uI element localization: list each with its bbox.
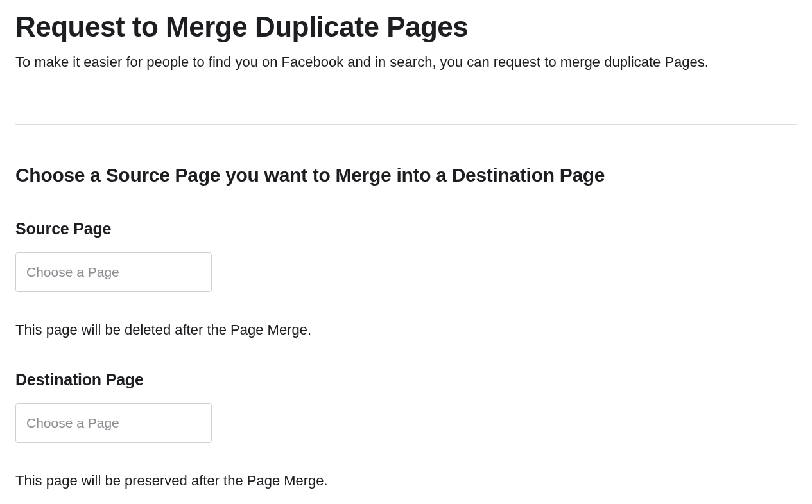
divider xyxy=(15,124,797,125)
page-description: To make it easier for people to find you… xyxy=(15,52,773,73)
page-title: Request to Merge Duplicate Pages xyxy=(15,10,797,44)
destination-page-helper: This page will be preserved after the Pa… xyxy=(15,471,797,491)
source-page-input[interactable] xyxy=(15,252,212,292)
destination-page-input[interactable] xyxy=(15,403,212,443)
section-heading: Choose a Source Page you want to Merge i… xyxy=(15,164,797,186)
source-page-label: Source Page xyxy=(15,220,797,238)
source-page-helper: This page will be deleted after the Page… xyxy=(15,320,797,340)
destination-page-label: Destination Page xyxy=(15,370,797,389)
